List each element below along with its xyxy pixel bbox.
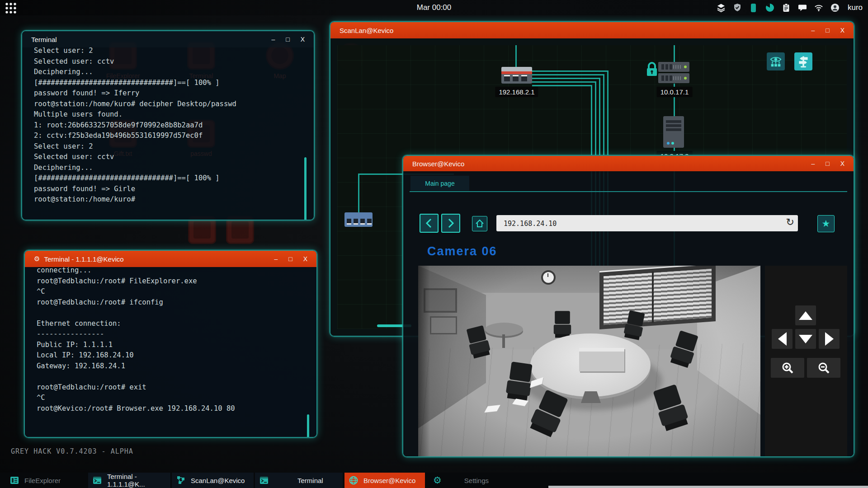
taskbar-item-settings[interactable]: ⚙ Settings (429, 473, 489, 488)
browser-body: Main page ↻ ★ Camera 06 (403, 171, 854, 456)
network-link (358, 174, 359, 213)
terminal-lines: Select user: 2Selected user: cctvDeciphe… (34, 47, 314, 205)
minimize-button[interactable]: – (811, 155, 815, 172)
network-link (532, 78, 600, 79)
network-link (532, 70, 609, 72)
arrow-right-icon (825, 332, 834, 346)
window-terminal-local: Terminal – □ X Select user: 2Selected us… (21, 30, 315, 221)
taskbar-item-fileexplorer[interactable]: FileExplorer (5, 473, 61, 488)
terminal-line: Multiple users found. (34, 109, 314, 120)
window-title: Terminal - 1.1.1.1@Kevico (44, 255, 123, 263)
username[interactable]: kuro (848, 3, 863, 12)
terminal-output-area[interactable]: Select user: 2Selected user: cctvDeciphe… (22, 47, 314, 220)
routes-button[interactable] (794, 52, 812, 70)
minimize-button[interactable]: – (811, 22, 815, 38)
maximize-button[interactable]: □ (288, 251, 292, 267)
titlebar-terminal-remote[interactable]: ⚙ Terminal - 1.1.1.1@Kevico – □ X (25, 251, 316, 267)
taskbar-item-terminal-remote[interactable]: Terminal - 1.1.1.1@K... (88, 473, 170, 488)
pan-right-button[interactable] (819, 329, 840, 349)
network-node-tower[interactable] (663, 116, 684, 148)
battery-icon[interactable] (749, 3, 758, 12)
terminal-lines: connecting...root@Tedblachu:/root# FileE… (37, 267, 316, 414)
terminal-line: password found! => Girle (34, 184, 314, 195)
titlebar-browser[interactable]: Browser@Kevico – □ X (403, 156, 854, 171)
network-node-router[interactable] (501, 67, 532, 84)
file-explorer-icon (10, 476, 19, 485)
pan-up-button[interactable] (795, 305, 816, 325)
close-button[interactable]: X (301, 31, 305, 47)
chat-icon[interactable] (798, 3, 807, 12)
terminal-line: Select user: 2 (34, 141, 314, 152)
network-monitor-button[interactable] (767, 52, 785, 70)
terminal-line: password found! => Iferry (34, 88, 314, 99)
star-icon: ★ (822, 218, 830, 229)
window-controls: – □ X (271, 31, 305, 47)
scanlan-icon (176, 476, 185, 485)
bottom-light-strip (548, 486, 868, 488)
taskbar-item-scanlan[interactable]: ScanLan@Kevico (172, 473, 254, 488)
scene-vignette (418, 266, 760, 457)
window-browser: Browser@Kevico – □ X Main page ↻ (402, 155, 854, 457)
maximize-button[interactable]: □ (826, 22, 829, 38)
taskbar-label: Settings (464, 477, 489, 484)
globe-icon (349, 476, 358, 485)
shield-icon[interactable] (733, 3, 742, 12)
close-button[interactable]: X (840, 155, 844, 172)
home-button[interactable] (472, 216, 487, 231)
browser-tab-main-page[interactable]: Main page (410, 176, 469, 191)
wifi-icon[interactable] (814, 3, 823, 12)
forward-button[interactable] (441, 214, 460, 233)
network-node-server[interactable] (658, 73, 689, 83)
layers-icon[interactable] (717, 3, 726, 12)
titlebar-terminal-local[interactable]: Terminal – □ X (22, 31, 314, 47)
terminal-line: 2: cctv:f25b3eda19b496b5531619997d57ec0f (34, 131, 314, 141)
terminal-output-area[interactable]: connecting...root@Tedblachu:/root# FileE… (25, 267, 316, 437)
close-button[interactable]: X (840, 22, 844, 38)
minimize-button[interactable]: – (274, 251, 278, 267)
terminal-line: 1: root:26b6633257058de9f70992e8b8b2aa7d (34, 120, 314, 131)
maximize-button[interactable]: □ (286, 31, 289, 47)
zoom-out-button[interactable] (807, 358, 840, 378)
zoom-in-icon (781, 361, 794, 374)
taskbar-label: Terminal - 1.1.1.1@K... (107, 473, 170, 488)
gear-icon: ⚙ (433, 473, 442, 488)
titlebar-scanlan[interactable]: ScanLan@Kevico – □ X (330, 22, 854, 38)
home-icon (475, 219, 484, 228)
terminal-line: root@station:/home/kuro# decipher Deskto… (34, 99, 314, 110)
taskbar-item-browser[interactable]: Browser@Kevico (344, 473, 425, 488)
window-title: Terminal (31, 36, 57, 43)
pan-left-button[interactable] (772, 329, 793, 349)
url-input[interactable] (503, 215, 761, 232)
close-button[interactable]: X (303, 251, 307, 267)
network-node-server[interactable] (658, 62, 689, 72)
top-status-bar: Mar 00:00 kuro (0, 0, 868, 15)
pie-chart-icon[interactable] (765, 3, 774, 12)
bookmark-button[interactable]: ★ (817, 215, 835, 232)
network-link (515, 45, 517, 68)
window-app-icon: ⚙ (34, 255, 40, 263)
network-node-switch[interactable] (344, 212, 373, 227)
system-tray: kuro (717, 0, 863, 15)
game-version-text: GREY HACK V0.7.4203 - ALPHA (11, 447, 133, 455)
eye-network-icon (769, 55, 783, 68)
camera-control-panel (765, 266, 847, 457)
network-link (532, 85, 592, 86)
terminal-icon (259, 476, 269, 485)
refresh-icon[interactable]: ↻ (786, 216, 794, 228)
minimize-button[interactable]: – (271, 31, 275, 47)
desktop-icon-art (193, 221, 211, 239)
network-link (674, 45, 675, 62)
zoom-in-button[interactable] (771, 358, 804, 378)
terminal-line: root@Tedblachu:/root# ifconfig (37, 297, 316, 308)
back-button[interactable] (420, 214, 439, 233)
terminal-scrollbar[interactable] (307, 414, 309, 437)
avatar-icon[interactable] (830, 3, 840, 12)
terminal-line: [################################]==[ 10… (34, 173, 314, 184)
terminal-scrollbar[interactable] (304, 157, 307, 220)
taskbar-item-terminal-local[interactable]: Terminal (255, 473, 343, 488)
node-art (501, 71, 532, 74)
pan-down-button[interactable] (795, 329, 816, 349)
clipboard-icon[interactable] (782, 3, 791, 12)
maximize-button[interactable]: □ (826, 155, 829, 172)
taskbar-label: Browser@Kevico (363, 477, 415, 484)
